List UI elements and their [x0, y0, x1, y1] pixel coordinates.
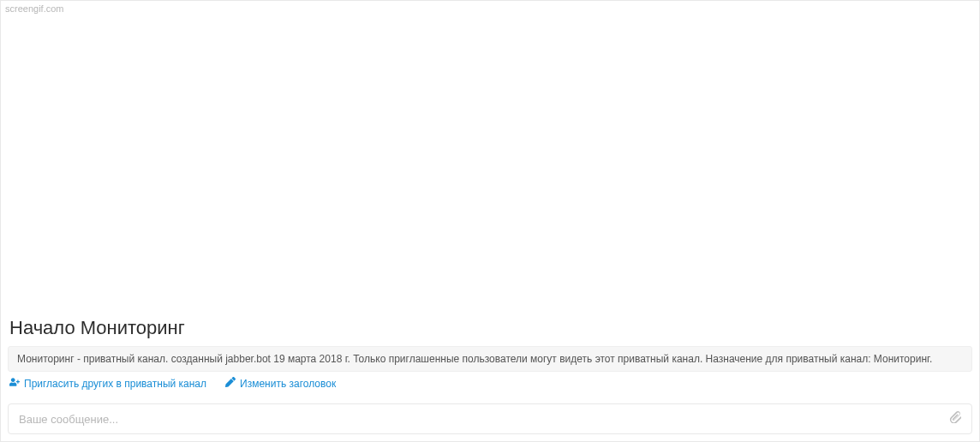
channel-start-title: Начало Мониторинг: [8, 317, 972, 339]
user-plus-icon: [9, 377, 20, 390]
channel-start-block: Начало Мониторинг Мониторинг - приватный…: [1, 317, 979, 398]
pencil-icon: [225, 377, 236, 390]
messages-scroll-area[interactable]: Начало Мониторинг Мониторинг - приватный…: [1, 1, 979, 398]
channel-description: Мониторинг - приватный канал. созданный …: [8, 346, 972, 372]
message-composer: [8, 403, 972, 434]
message-input[interactable]: [9, 413, 949, 426]
edit-title-label: Изменить заголовок: [240, 378, 336, 390]
invite-others-label: Пригласить других в приватный канал: [24, 378, 206, 390]
edit-title-link[interactable]: Изменить заголовок: [225, 377, 336, 390]
chat-container: Начало Мониторинг Мониторинг - приватный…: [1, 1, 979, 441]
invite-others-link[interactable]: Пригласить других в приватный канал: [9, 377, 206, 390]
attachment-icon[interactable]: [949, 411, 971, 427]
channel-actions-row: Пригласить других в приватный канал Изме…: [8, 377, 972, 398]
watermark-text: screengif.com: [5, 3, 63, 14]
composer-area: [1, 398, 979, 441]
